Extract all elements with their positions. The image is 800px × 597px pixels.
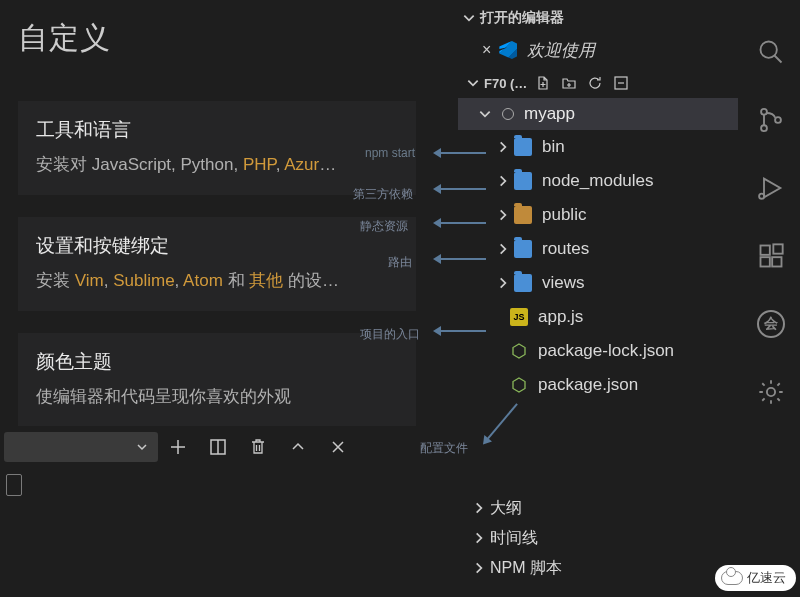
circle-icon: [502, 108, 514, 120]
tree-file-package-json[interactable]: package.json: [458, 368, 738, 402]
chevron-down-icon: [466, 76, 480, 90]
card-keybindings[interactable]: 设置和按键绑定 安装 Vim, Sublime, Atom 和 其他 的设…: [18, 217, 416, 311]
chevron-up-button[interactable]: [278, 429, 318, 465]
js-icon: JS: [510, 308, 528, 326]
open-editor-tab[interactable]: × 欢迎使用: [458, 32, 738, 68]
new-file-icon[interactable]: [535, 75, 551, 91]
search-icon[interactable]: [757, 38, 785, 66]
folder-icon: [514, 206, 532, 224]
brand-badge: 亿速云: [715, 565, 796, 591]
card-title: 颜色主题: [36, 349, 398, 375]
tree-folder-node-modules[interactable]: node_modules: [458, 164, 738, 198]
card-title: 设置和按键绑定: [36, 233, 398, 259]
cloud-icon: [721, 571, 743, 585]
welcome-title: 自定义: [18, 18, 425, 59]
tree-root[interactable]: myapp: [458, 98, 738, 130]
collapse-icon[interactable]: [613, 75, 629, 91]
svg-rect-11: [773, 244, 782, 253]
card-title: 工具和语言: [36, 117, 398, 143]
run-debug-icon[interactable]: [757, 174, 785, 202]
chevron-down-icon: [136, 441, 148, 453]
section-timeline[interactable]: 时间线: [458, 524, 738, 552]
folder-icon: [514, 138, 532, 156]
add-button[interactable]: [158, 429, 198, 465]
tree-label: views: [542, 273, 585, 293]
trash-button[interactable]: [238, 429, 278, 465]
tree-folder-public[interactable]: public: [458, 198, 738, 232]
svg-point-7: [759, 194, 764, 199]
folder-icon: [514, 240, 532, 258]
tree-file-package-lock[interactable]: package-lock.json: [458, 334, 738, 368]
json-icon: [510, 342, 528, 360]
tree-label: app.js: [538, 307, 583, 327]
tree-file-appjs[interactable]: JSapp.js: [458, 300, 738, 334]
brand-text: 亿速云: [747, 569, 786, 587]
folder-header-label: F70 (…: [484, 76, 527, 91]
card-body: 使编辑器和代码呈现你喜欢的外观: [36, 385, 398, 409]
explorer-panel: 打开的编辑器 × 欢迎使用 F70 (… myapp bin node_modu…: [458, 0, 738, 597]
tree-label: node_modules: [542, 171, 654, 191]
chevron-down-icon: [478, 107, 492, 121]
section-npm-scripts[interactable]: NPM 脚本: [458, 554, 738, 582]
tree-label: routes: [542, 239, 589, 259]
tree-folder-bin[interactable]: bin: [458, 130, 738, 164]
svg-point-3: [761, 42, 777, 58]
chevron-right-icon: [496, 242, 510, 256]
welcome-pane: 自定义 工具和语言 安装对 JavaScript, Python, PHP, A…: [0, 0, 425, 597]
folder-icon: [514, 274, 532, 292]
split-editor-button[interactable]: [198, 429, 238, 465]
chevron-right-icon: [496, 140, 510, 154]
svg-rect-8: [761, 246, 770, 255]
account-icon[interactable]: 会: [757, 310, 785, 338]
editor-toolbar: [0, 428, 425, 466]
card-body: 安装 Vim, Sublime, Atom 和 其他 的设…: [36, 269, 398, 293]
folder-header[interactable]: F70 (…: [458, 68, 738, 98]
close-button[interactable]: [318, 429, 358, 465]
svg-point-4: [761, 109, 767, 115]
file-tree: bin node_modules public routes views JSa…: [458, 130, 738, 402]
source-control-icon[interactable]: [757, 106, 785, 134]
section-open-editors[interactable]: 打开的编辑器: [458, 4, 738, 32]
new-folder-icon[interactable]: [561, 75, 577, 91]
card-tools-languages[interactable]: 工具和语言 安装对 JavaScript, Python, PHP, Azur…: [18, 101, 416, 195]
section-label: 时间线: [490, 528, 538, 549]
annotation-route: 路由: [388, 254, 412, 271]
tab-label: 欢迎使用: [527, 39, 595, 62]
tree-label: bin: [542, 137, 565, 157]
placeholder-icon: [6, 474, 22, 496]
tree-folder-routes[interactable]: routes: [458, 232, 738, 266]
dropdown[interactable]: [4, 432, 158, 462]
section-label: 大纲: [490, 498, 522, 519]
extensions-icon[interactable]: [757, 242, 785, 270]
root-label: myapp: [524, 104, 575, 124]
chevron-right-icon: [496, 208, 510, 222]
svg-point-6: [775, 117, 781, 123]
chevron-right-icon: [496, 276, 510, 290]
svg-rect-10: [772, 257, 781, 266]
annotation-deps: 第三方依赖: [353, 186, 413, 203]
annotation-entry: 项目的入口: [360, 326, 420, 343]
vscode-icon: [499, 41, 517, 59]
activity-bar: 会: [742, 0, 800, 597]
card-body: 安装对 JavaScript, Python, PHP, Azur…: [36, 153, 398, 177]
chevron-right-icon: [472, 531, 486, 545]
chevron-right-icon: [472, 501, 486, 515]
tree-folder-views[interactable]: views: [458, 266, 738, 300]
card-color-theme[interactable]: 颜色主题 使编辑器和代码呈现你喜欢的外观: [18, 333, 416, 427]
refresh-icon[interactable]: [587, 75, 603, 91]
annotation-static: 静态资源: [360, 218, 408, 235]
svg-point-5: [761, 125, 767, 131]
svg-rect-9: [761, 257, 770, 266]
section-outline[interactable]: 大纲: [458, 494, 738, 522]
close-icon[interactable]: ×: [482, 41, 491, 59]
folder-icon: [514, 172, 532, 190]
chevron-right-icon: [472, 561, 486, 575]
tree-label: package.json: [538, 375, 638, 395]
tree-label: package-lock.json: [538, 341, 674, 361]
svg-point-12: [767, 388, 775, 396]
chevron-down-icon: [462, 11, 476, 25]
gear-icon[interactable]: [757, 378, 785, 406]
chevron-right-icon: [496, 174, 510, 188]
section-label: 打开的编辑器: [480, 9, 564, 27]
json-icon: [510, 376, 528, 394]
